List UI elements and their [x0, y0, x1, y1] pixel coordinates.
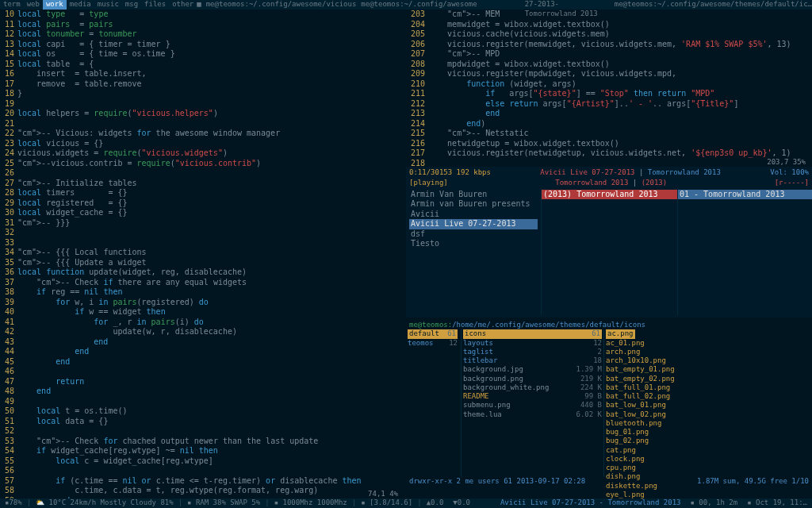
fm-file-row[interactable]: theme.lua6.02 K — [463, 410, 602, 419]
fm-file-row[interactable]: bat_low_02.png — [606, 410, 810, 419]
album-column[interactable]: (2013) Tomorrowland 2013 — [541, 188, 677, 315]
code-line: 56 — [0, 466, 404, 476]
artist-row[interactable]: Armin Van Buuren — [409, 190, 538, 200]
fm-file-row[interactable]: bat_empty_01.png — [606, 365, 810, 374]
code-line: 17 remove = table.remove — [0, 79, 404, 90]
fm-file-row[interactable]: arch_10x10.png — [606, 356, 810, 365]
code-line: 13local capi = { timer = timer } — [0, 40, 404, 50]
code-line: 21 — [0, 119, 404, 129]
artist-row[interactable]: dsf — [409, 229, 538, 240]
code-line: 41 for _, r in pairs(i) do — [0, 318, 404, 328]
code-line: 210 function (widget, args) — [406, 79, 812, 90]
code-line: 216 netwidgetup = wibox.widget.textbox() — [406, 139, 812, 149]
editor-right-pane[interactable]: 203 "cm">-- MEM204 memwidget = wibox.wid… — [406, 10, 812, 167]
win-title-2[interactable]: me@teomos:~/.config/awesome — [356, 0, 477, 9]
mpd-vol: Vol: 100% — [770, 168, 809, 177]
code-line: 51 local data = {} — [0, 417, 404, 427]
fm-dir-row[interactable]: teomos12 — [408, 339, 458, 348]
code-line: 57 if (c.time == nil or c.time <= t-reg.… — [0, 476, 404, 487]
fm-file-row[interactable]: background.png219 K — [463, 375, 602, 383]
fm-file-row[interactable]: bat_low_01.png — [606, 401, 810, 410]
file-manager-pane[interactable]: me@teomos:/home/me/.config/awesome/theme… — [406, 321, 812, 498]
fm-dir-row[interactable]: layouts12 — [463, 339, 602, 348]
fm-preview-column[interactable]: ac.pngac_01.pngarch.pngarch_10x10.pngbat… — [604, 329, 812, 477]
tag-work[interactable]: work — [43, 0, 67, 9]
fm-file-row[interactable]: cat.png — [606, 446, 810, 455]
fm-file-row[interactable]: bat_full_01.png — [606, 383, 810, 392]
vim-status-left-pos: 74,1 4% — [365, 490, 401, 498]
code-line: 205 vicious.cache(vicious.widgets.mem) — [406, 29, 812, 40]
tag-other[interactable]: other — [169, 0, 197, 9]
win-title-4[interactable]: me@teomos:~/.config/awesome/themes/defau… — [599, 0, 812, 9]
fm-file-row[interactable]: background.jpg1.39 M — [463, 365, 602, 374]
code-line: 53 "cm">-- Check for chached output newe… — [0, 437, 404, 447]
artist-row[interactable]: Avicii — [409, 210, 538, 220]
fm-file-row[interactable]: arch.png — [606, 348, 810, 356]
fm-file-row[interactable]: bluetooth.png — [606, 419, 810, 428]
album-row[interactable]: (2013) Tomorrowland 2013 — [542, 190, 677, 200]
fm-file-row[interactable]: ac_01.png — [606, 339, 810, 348]
fm-middle-column[interactable]: icons61layouts12taglist2titlebar18backgr… — [462, 329, 604, 477]
fm-file-row[interactable]: clock.png — [606, 455, 810, 464]
code-line: 211 if args["{state}"] == "Stop" then re… — [406, 89, 812, 99]
code-line: 206 vicious.register(memwidget, vicious.… — [406, 40, 812, 50]
fm-file-row[interactable]: bat_empty_02.png — [606, 375, 810, 383]
artist-row[interactable]: Armin van Buuren presents — [409, 199, 538, 210]
tag-term[interactable]: term — [0, 0, 24, 9]
fm-file-row[interactable]: cpu.png — [606, 464, 810, 472]
fm-dir-row[interactable]: icons61 — [463, 329, 602, 338]
sb-net-up: ▲0.0 — [422, 498, 449, 507]
fm-dir-row[interactable]: taglist2 — [463, 348, 602, 356]
code-line: 10local type = type — [0, 10, 404, 20]
music-player-pane[interactable]: 0:11/30153 192 kbps Avicii Live 07-27-20… — [406, 167, 812, 318]
sb-load: ▪ [3.8/14.6] — [356, 498, 417, 507]
tag-msg[interactable]: msg — [122, 0, 141, 9]
tag-music[interactable]: music — [94, 0, 122, 9]
fm-file-row[interactable]: bug_02.png — [606, 437, 810, 445]
artist-column[interactable]: Armin Van BuurenArmin van Buuren present… — [406, 188, 541, 315]
code-line: 23local vicious = {} — [0, 139, 404, 149]
artist-row[interactable]: Tiesto — [409, 239, 538, 249]
code-line: 48 end — [0, 387, 404, 397]
fm-file-row[interactable]: submenu.png440 B — [463, 401, 602, 410]
fm-dir-row[interactable]: default61 — [408, 329, 458, 338]
code-line: 212 else return args["{Artist}"]..' - '.… — [406, 99, 812, 110]
fm-file-row[interactable]: background_white.png224 K — [463, 383, 602, 392]
tag-files[interactable]: files — [141, 0, 169, 9]
code-line: 46 — [0, 367, 404, 377]
code-line: 11local pairs = pairs — [0, 20, 404, 30]
win-title-1[interactable]: me@teomos:~/.config/awesome/vicious — [201, 0, 357, 9]
artist-row[interactable]: Avicii Live 07-27-2013 — [409, 219, 538, 229]
code-line: 215 "cm">-- Netstatic — [406, 129, 812, 139]
code-line: 18} — [0, 89, 404, 99]
fm-parent-column[interactable]: default61teomos12 — [406, 329, 462, 477]
editor-left-pane[interactable]: 10local type = type11local pairs = pairs… — [0, 10, 404, 498]
code-line: 208 mpdwidget = wibox.widget.textbox() — [406, 60, 812, 70]
fm-preview-file[interactable]: ac.png — [606, 329, 635, 338]
mpd-album: Tomorrowland 2013 — [648, 168, 721, 176]
track-row[interactable]: 01 - Tomorrowland 2013 — [678, 190, 812, 200]
tag-web[interactable]: web — [24, 0, 43, 9]
fm-dir-row[interactable]: titlebar18 — [463, 356, 602, 365]
code-line: 32 — [0, 228, 404, 238]
code-line: 19 — [0, 99, 404, 110]
code-line: 204 memwidget = wibox.widget.textbox() — [406, 20, 812, 30]
fm-path: /home/me/.config/awesome/themes/default/… — [452, 321, 645, 329]
tag-media[interactable]: media — [67, 0, 94, 9]
code-line: 44 end — [0, 347, 404, 357]
code-line: 49 — [0, 397, 404, 407]
fm-file-row[interactable]: bug_01.png — [606, 428, 810, 437]
code-line: 203 "cm">-- MEM — [406, 10, 812, 20]
code-line: 55 local c = widget_cache[reg.wtype] — [0, 456, 404, 467]
code-line: 40 if w == widget then — [0, 307, 404, 318]
vim-status-right-pos: 203,7 35% — [764, 158, 809, 167]
code-line: 50 local t = os.time() — [0, 406, 404, 417]
fm-file-row[interactable]: README99 B — [463, 392, 602, 401]
track-column[interactable]: 01 - Tomorrowland 2013 — [677, 188, 812, 315]
code-line: 14local os = { time = os.time } — [0, 49, 404, 60]
fm-file-row[interactable]: bat_full_02.png — [606, 392, 810, 401]
code-line: 209 vicious.register(mpdwidget, vicious.… — [406, 69, 812, 79]
mpd-track-title: Avicii Live 07-27-2013 — [540, 168, 634, 176]
sb-weather: ⛅ 10°C 24km/h Mostly Cloudy 81% — [31, 498, 178, 507]
code-line: 43 end — [0, 337, 404, 348]
